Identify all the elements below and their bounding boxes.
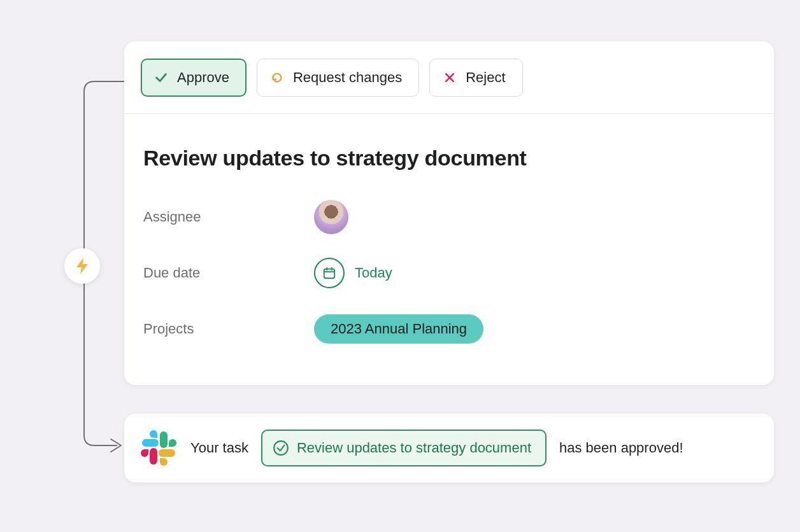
- task-title: Review updates to strategy document: [143, 146, 755, 171]
- project-pill[interactable]: 2023 Annual Planning: [314, 314, 483, 344]
- projects-row: Projects 2023 Annual Planning: [143, 311, 755, 347]
- due-date-value[interactable]: Today: [314, 258, 392, 288]
- request-changes-label: Request changes: [293, 69, 402, 86]
- approve-button[interactable]: Approve: [141, 59, 246, 97]
- svg-rect-0: [324, 269, 335, 279]
- automation-badge: [64, 248, 100, 284]
- task-chip[interactable]: Review updates to strategy document: [261, 430, 546, 466]
- lightning-icon: [74, 256, 90, 276]
- notification-prefix: Your task: [190, 440, 248, 456]
- task-card: Approve Request changes Reject Review up…: [124, 41, 774, 385]
- slack-notification: Your task Review updates to strategy doc…: [124, 414, 774, 482]
- assignee-avatar[interactable]: [314, 200, 348, 234]
- projects-label: Projects: [143, 321, 314, 337]
- close-icon: [443, 71, 457, 85]
- due-date-text: Today: [355, 265, 392, 281]
- reject-button[interactable]: Reject: [429, 59, 522, 97]
- request-changes-button[interactable]: Request changes: [257, 59, 419, 97]
- assignee-row: Assignee: [143, 199, 755, 235]
- calendar-icon: [314, 258, 345, 288]
- slack-icon: [139, 429, 178, 467]
- task-body: Review updates to strategy document Assi…: [124, 114, 774, 347]
- svg-point-4: [274, 441, 288, 455]
- due-date-row: Due date Today: [143, 255, 755, 291]
- approval-actions: Approve Request changes Reject: [124, 41, 774, 114]
- check-circle-icon: [273, 440, 289, 456]
- due-date-label: Due date: [143, 265, 314, 281]
- approve-label: Approve: [177, 69, 229, 86]
- notification-suffix: has been approved!: [559, 440, 683, 456]
- reject-label: Reject: [466, 69, 505, 86]
- check-icon: [154, 71, 168, 85]
- task-chip-label: Review updates to strategy document: [297, 440, 531, 456]
- refresh-icon: [270, 71, 284, 85]
- assignee-label: Assignee: [143, 209, 314, 225]
